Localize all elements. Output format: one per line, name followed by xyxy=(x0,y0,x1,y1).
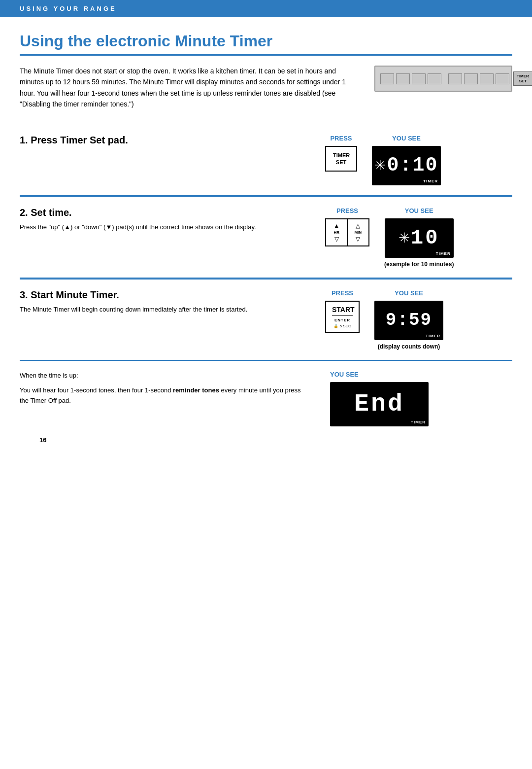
step-1-timer-label: TIMER xyxy=(423,179,438,183)
step-3-body: The Minute Timer will begin counting dow… xyxy=(20,305,310,315)
step-3-right: PRESS START ENTER 🔒 5 SEC YOU SEE 9:59 T… xyxy=(325,289,512,350)
hr-down-arrow[interactable]: ▽ xyxy=(333,235,340,244)
step-1-display-text: 0:10 xyxy=(387,154,438,176)
step-2-left: 2. Set time. Press the "up" (▲) or "down… xyxy=(20,207,310,268)
end-timer-label: TIMER xyxy=(411,420,426,424)
panel-seg-7 xyxy=(480,73,494,84)
step-1-press-col: PRESS TIMER SET xyxy=(325,135,357,172)
step-3-left: 3. Start Minute Timer. The Minute Timer … xyxy=(20,289,310,350)
panel-seg-1 xyxy=(380,73,394,84)
panel-seg-3 xyxy=(412,73,426,84)
step-2-body: Press the "up" (▲) or "down" (▼) pad(s) … xyxy=(20,222,310,233)
panel-buttons: TIMER SET TIMER OFF xyxy=(513,71,532,86)
step-1-left: 1. Press Timer Set pad. xyxy=(20,135,310,185)
timer-set-btn-line2: SET xyxy=(333,159,349,166)
bottom-description: You will hear four 1-second tones, then … xyxy=(20,385,310,406)
header-bar: USING YOUR RANGE xyxy=(0,0,532,17)
bottom-section: When the time is up: You will hear four … xyxy=(20,361,512,426)
step-1-yousee-label: YOU SEE xyxy=(392,135,421,142)
bottom-right: YOU SEE End TIMER xyxy=(325,371,512,426)
step-3-yousee-col: YOU SEE 9:59 TIMER (display counts down) xyxy=(374,289,443,350)
end-display: End TIMER xyxy=(330,382,429,426)
min-up-arrow[interactable]: △ xyxy=(355,221,361,230)
step-3-title: 3. Start Minute Timer. xyxy=(20,289,310,301)
panel-seg-5 xyxy=(448,73,462,84)
bottom-left: When the time is up: You will hear four … xyxy=(20,371,310,426)
step-1-right: PRESS TIMER SET YOU SEE ✳ 0:10 TIMER xyxy=(325,135,512,185)
step-1-section: 1. Press Timer Set pad. PRESS TIMER SET … xyxy=(20,125,512,196)
timer-set-btn-line1: TIMER xyxy=(333,152,349,159)
intro-section: The Minute Timer does not start or stop … xyxy=(20,66,512,110)
panel-seg-8 xyxy=(496,73,509,84)
step-2-display-text: 10 xyxy=(411,226,439,250)
step-2-timer-label: TIMER xyxy=(436,251,451,256)
panel-seg-2 xyxy=(396,73,410,84)
step-1-display: ✳ 0:10 TIMER xyxy=(372,146,441,185)
step-2-caption: (example for 10 minutes) xyxy=(384,261,454,268)
step-3-yousee-label: YOU SEE xyxy=(395,289,423,297)
panel-seg-6 xyxy=(464,73,478,84)
arrow-buttons[interactable]: ▲ HR ▽ △ MIN ▽ xyxy=(325,218,369,246)
timer-set-panel-btn: TIMER SET xyxy=(513,71,532,86)
step-2-press-col: PRESS ▲ HR ▽ △ MIN ▽ xyxy=(325,207,369,246)
when-time-up: When the time is up: xyxy=(20,371,310,381)
bottom-yousee-label: YOU SEE xyxy=(330,371,512,378)
enter-text: ENTER xyxy=(332,318,353,322)
step-2-asterisk: ✳ xyxy=(399,230,410,246)
hr-up-arrow[interactable]: ▲ xyxy=(332,221,340,230)
intro-text: The Minute Timer does not start or stop … xyxy=(20,66,360,110)
start-text: START xyxy=(332,306,353,316)
intro-diagram: TIMER SET TIMER OFF xyxy=(374,66,512,110)
step-2-title: 2. Set time. xyxy=(20,207,310,218)
timer-set-button[interactable]: TIMER SET xyxy=(325,146,357,172)
lock-text: 🔒 5 SEC xyxy=(332,324,353,328)
start-button[interactable]: START ENTER 🔒 5 SEC xyxy=(325,301,360,333)
step-1-yousee-col: YOU SEE ✳ 0:10 TIMER xyxy=(372,135,441,185)
step-3-display: 9:59 TIMER xyxy=(374,301,443,340)
min-down-arrow[interactable]: ▽ xyxy=(355,235,361,244)
min-arrows-col: △ MIN ▽ xyxy=(348,219,369,245)
step-2-right: PRESS ▲ HR ▽ △ MIN ▽ YOU xyxy=(325,207,512,268)
step-1-press-label: PRESS xyxy=(330,135,352,142)
step-2-yousee-col: YOU SEE ✳ 10 TIMER (example for 10 minut… xyxy=(384,207,454,268)
step-2-press-label: PRESS xyxy=(336,207,358,214)
page-title: Using the electronic Minute Timer xyxy=(20,32,512,56)
end-text: End xyxy=(354,390,404,418)
step-1-title: 1. Press Timer Set pad. xyxy=(20,135,310,146)
hr-label: HR xyxy=(333,230,339,235)
header-text: USING YOUR RANGE xyxy=(20,5,117,12)
page-number: 16 xyxy=(39,436,532,444)
step-3-press-col: PRESS START ENTER 🔒 5 SEC xyxy=(325,289,360,333)
panel-display-area xyxy=(380,73,509,84)
min-label: MIN xyxy=(354,230,362,235)
main-content: Using the electronic Minute Timer The Mi… xyxy=(0,17,532,747)
step-2-display: ✳ 10 TIMER xyxy=(385,218,454,258)
step-3-section: 3. Start Minute Timer. The Minute Timer … xyxy=(20,280,512,361)
panel-seg-4 xyxy=(428,73,441,84)
step-3-timer-label: TIMER xyxy=(426,334,440,338)
step-3-display-text: 9:59 xyxy=(386,310,432,330)
step-1-asterisk: ✳ xyxy=(374,157,386,174)
step-3-press-label: PRESS xyxy=(332,289,353,297)
step-2-yousee-label: YOU SEE xyxy=(405,207,433,214)
step-3-caption: (display counts down) xyxy=(378,343,440,350)
control-panel-diagram: TIMER SET TIMER OFF xyxy=(374,66,512,92)
hr-arrows-col: ▲ HR ▽ xyxy=(326,219,347,245)
step-2-section: 2. Set time. Press the "up" (▲) or "down… xyxy=(20,197,512,279)
